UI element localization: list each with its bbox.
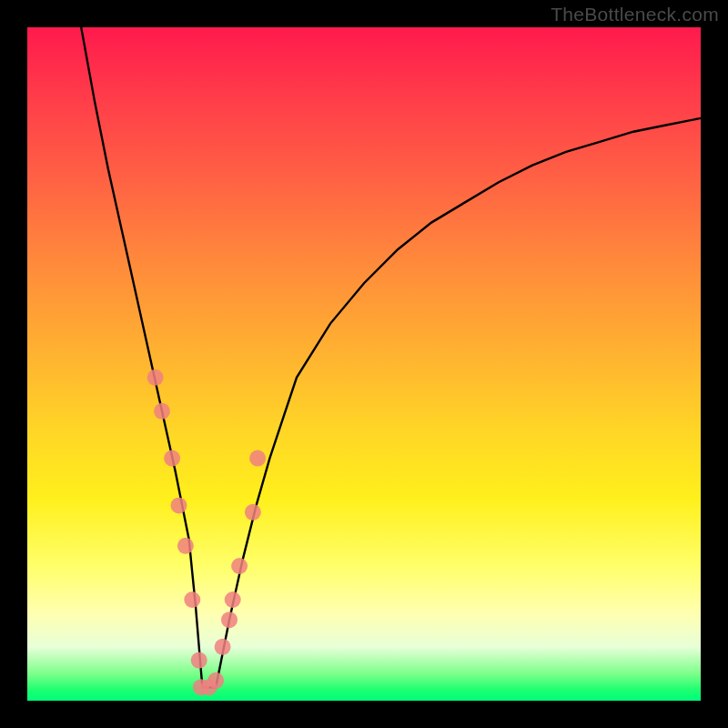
watermark-text: TheBottleneck.com	[551, 4, 719, 25]
sample-marker	[207, 672, 224, 689]
sample-marker	[249, 450, 266, 467]
sample-marker	[231, 558, 248, 574]
chart-container: TheBottleneck.com	[0, 0, 728, 728]
sample-marker	[225, 592, 241, 608]
sample-marker	[184, 592, 200, 608]
sample-marker	[171, 497, 187, 513]
sample-markers-group	[147, 369, 267, 695]
sample-marker	[215, 639, 231, 655]
sample-marker	[154, 403, 170, 420]
bottleneck-curve-path	[81, 27, 701, 687]
sample-marker	[221, 612, 238, 628]
sample-marker	[245, 504, 261, 521]
sample-marker	[177, 538, 194, 554]
plot-area	[27, 27, 701, 701]
sample-marker	[147, 369, 164, 386]
curve-svg	[27, 27, 701, 701]
sample-marker	[164, 450, 180, 467]
sample-marker	[191, 652, 207, 669]
